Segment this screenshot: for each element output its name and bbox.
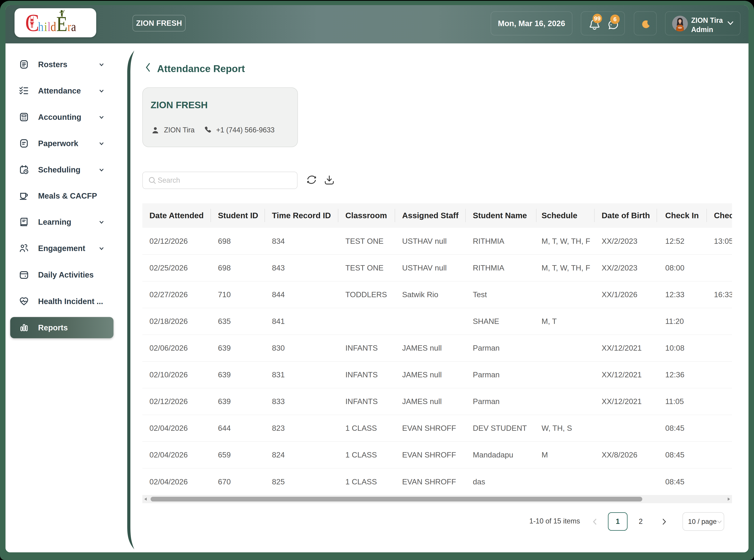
svg-text:i: i [44, 19, 47, 34]
svg-text:d: d [50, 19, 56, 34]
svg-text:l: l [47, 19, 50, 34]
svg-text:a: a [71, 19, 76, 34]
svg-text:r: r [67, 19, 71, 34]
svg-text:h: h [38, 19, 44, 34]
